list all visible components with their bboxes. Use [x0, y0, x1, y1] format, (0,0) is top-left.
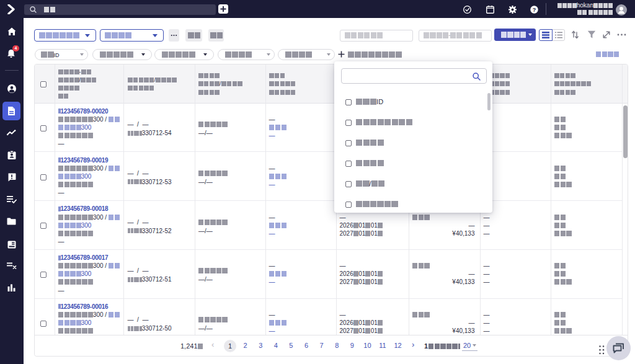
- svg-text:?: ?: [533, 7, 536, 13]
